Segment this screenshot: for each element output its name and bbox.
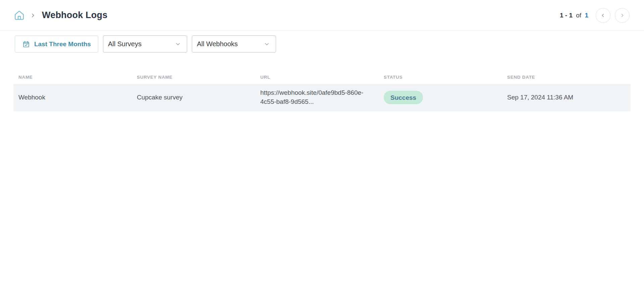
table-header-row: NAME SURVEY NAME URL STATUS SEND DATE [13, 75, 631, 84]
filters-bar: Last Three Months All Surveys All Webhoo… [15, 35, 631, 53]
page-title: Webhook Logs [42, 10, 107, 20]
column-header-status: STATUS [384, 75, 507, 80]
cell-name: Webhook [13, 90, 137, 105]
column-header-name: NAME [13, 75, 137, 80]
column-header-survey-name: SURVEY NAME [137, 75, 260, 80]
cell-status: Success [384, 87, 507, 107]
header-bar: Webhook Logs 1 - 1 of 1 [0, 0, 644, 31]
webhook-logs-table: NAME SURVEY NAME URL STATUS SEND DATE We… [13, 75, 631, 111]
chevron-left-icon [600, 13, 606, 18]
chevron-down-icon [264, 41, 270, 47]
surveys-dropdown[interactable]: All Surveys [103, 35, 187, 53]
pagination-range: 1 - 1 [560, 12, 573, 19]
pagination-prev-button[interactable] [596, 8, 610, 23]
cell-survey-name: Cupcake survey [137, 90, 260, 105]
pagination-of-label: of [574, 12, 583, 19]
status-badge: Success [384, 91, 423, 104]
column-header-url: URL [260, 75, 384, 80]
column-header-send-date: SEND DATE [507, 75, 631, 80]
date-range-filter-label: Last Three Months [34, 41, 91, 48]
chevron-right-icon [620, 13, 625, 18]
pagination-info: 1 - 1 of 1 [560, 12, 588, 19]
table-row[interactable]: Webhook Cupcake survey https://webhook.s… [13, 84, 631, 111]
home-button[interactable] [13, 9, 25, 21]
pagination: 1 - 1 of 1 [560, 8, 630, 23]
calendar-check-icon [22, 41, 30, 48]
chevron-down-icon [175, 41, 181, 47]
webhooks-dropdown[interactable]: All Webhooks [192, 35, 276, 53]
pagination-total[interactable]: 1 [585, 12, 588, 19]
breadcrumb: Webhook Logs [13, 9, 107, 21]
webhooks-dropdown-value: All Webhooks [197, 40, 238, 48]
date-range-filter-button[interactable]: Last Three Months [15, 35, 98, 53]
cell-send-date: Sep 17, 2024 11:36 AM [507, 90, 631, 105]
pagination-next-button[interactable] [615, 8, 630, 23]
surveys-dropdown-value: All Surveys [108, 40, 142, 48]
cell-url: https://webhook.site/0afe9bd5-860e-4c55-… [260, 85, 384, 110]
chevron-right-icon [30, 13, 36, 18]
home-icon [13, 9, 25, 21]
